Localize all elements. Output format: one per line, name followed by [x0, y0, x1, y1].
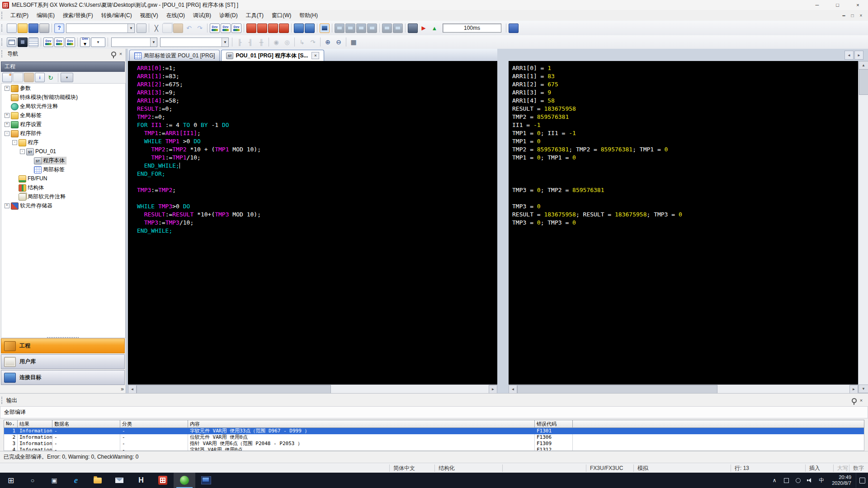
column-header-错误代码[interactable]: 错误代码 — [535, 420, 573, 427]
expand-plus-icon[interactable]: + — [5, 203, 9, 208]
menubar-drag-handle[interactable] — [1, 12, 5, 19]
menu-转换/编译[interactable]: 转换/编译(C) — [97, 11, 136, 20]
step-out-icon[interactable]: ╫ — [256, 38, 266, 47]
scroll-down-icon[interactable]: ▼ — [859, 385, 868, 393]
transfer-setup-icon[interactable] — [509, 23, 519, 33]
tray-volume-icon[interactable] — [804, 473, 816, 488]
print-icon[interactable] — [39, 23, 49, 33]
project-combo-button[interactable] — [137, 23, 146, 33]
tab-POU_01 [PRG] 程序本体 [S...[interactable]: STPOU_01 [PRG] 程序本体 [S...× — [221, 50, 324, 61]
tree-item-软元件存储器[interactable]: +软元件存储器 — [1, 201, 125, 210]
find-string-combo[interactable]: ▼ — [160, 38, 229, 47]
nav-button-用户库[interactable]: 用户库 — [1, 354, 125, 369]
verify-with-plc-icon[interactable] — [279, 23, 289, 33]
app-blue-icon[interactable] — [195, 473, 217, 488]
column-header-结果[interactable]: 结果 — [18, 420, 52, 427]
st-code-editor[interactable]: ARR1[0]:=1;ARR1[1]:=83;ARR1[2]:=675;ARR1… — [128, 61, 497, 385]
scroll-right-icon[interactable]: ► — [849, 385, 858, 394]
tab-局部标签设置 POU_01 [PRG][interactable]: 局部标签设置 POU_01 [PRG] — [129, 50, 220, 61]
menu-搜索/替换[interactable]: 搜索/替换(F) — [59, 11, 97, 20]
device-comment-icon[interactable]: Dev — [210, 23, 220, 33]
tray-ime-indicator[interactable]: 中 — [816, 473, 827, 488]
output-pin-icon[interactable] — [852, 398, 857, 403]
read-from-plc-icon[interactable] — [257, 23, 267, 33]
output-window-icon[interactable] — [28, 38, 38, 47]
redo-icon[interactable]: ↷ — [195, 23, 205, 33]
task-view-button[interactable]: ▣ — [43, 473, 65, 488]
monitor-stop-icon[interactable] — [345, 23, 355, 33]
tray-chevron-icon[interactable]: ∧ — [769, 473, 780, 488]
nav-button-连接目标[interactable]: 连接目标 — [1, 370, 125, 385]
minimize-button[interactable]: ─ — [807, 0, 827, 10]
menu-在线[interactable]: 在线(O) — [162, 11, 189, 20]
tree-item-程序[interactable]: -程序 — [1, 138, 125, 147]
tab-close-icon[interactable]: × — [311, 52, 319, 59]
menu-帮助[interactable]: 帮助(H) — [295, 11, 322, 20]
watch-start-icon[interactable] — [356, 23, 366, 33]
tray-network-icon[interactable] — [792, 473, 804, 488]
action-center-icon[interactable] — [856, 473, 868, 488]
output-row[interactable]: 1Information--字软元件 VAR用 使用33点（范围 D967 - … — [4, 428, 864, 434]
cut-icon[interactable]: ╳ — [151, 23, 161, 33]
nav-drag-handle[interactable] — [1, 50, 5, 57]
st-monitor-view[interactable]: ARR1[0] = 1ARR1[1] = 83ARR1[2] = 675ARR1… — [509, 61, 858, 385]
step-over-icon[interactable]: ╢ — [245, 38, 255, 47]
app-red-icon[interactable] — [152, 473, 174, 488]
search-button[interactable]: ○ — [22, 473, 43, 488]
simulation-stop-icon[interactable]: ▲ — [429, 23, 439, 33]
nav-button-工程[interactable]: 工程 — [1, 338, 125, 353]
nav-close-icon[interactable]: × — [118, 51, 124, 57]
gx-works2-taskbar-icon[interactable] — [174, 473, 195, 488]
column-header-No.[interactable]: No. — [4, 420, 18, 427]
undo-icon[interactable]: ↶ — [184, 23, 194, 33]
data-properties-icon[interactable]: i — [35, 73, 45, 82]
refresh-icon[interactable]: ↻ — [46, 73, 56, 82]
collapse-minus-icon[interactable]: - — [20, 149, 25, 154]
scroll-up-icon[interactable]: ▲ — [859, 61, 868, 70]
tab-scroll-left-icon[interactable]: ◄ — [844, 51, 854, 60]
zoom-out-icon[interactable]: ⊖ — [334, 38, 344, 47]
zoom-level-combo[interactable]: ▼ — [111, 38, 157, 47]
breakpoint-set-icon[interactable]: ◉ — [271, 38, 281, 47]
column-header-分类[interactable]: 分类 — [120, 420, 188, 427]
toolbar-drag-handle[interactable] — [1, 24, 5, 32]
monitor-start-icon[interactable] — [335, 23, 344, 33]
tree-item-全局标签[interactable]: +全局标签 — [1, 111, 125, 120]
output-drag-handle[interactable] — [1, 397, 5, 404]
output-row[interactable]: 2Information--位软元件 VAR用 使用0点F1306 — [4, 434, 864, 441]
tree-item-程序本体[interactable]: ST程序本体 — [1, 156, 125, 165]
output-row[interactable]: 3Information--指针 VAR用 使用6点（范围 P2048 - P2… — [4, 441, 864, 447]
device-initial-value-icon[interactable]: Dev — [231, 23, 241, 33]
child-restore-button[interactable]: □ — [848, 12, 857, 19]
nav-overflow-button[interactable]: » — [121, 386, 124, 392]
tree-item-局部标签[interactable]: 局部标签 — [1, 165, 125, 174]
menu-工具[interactable]: 工具(T) — [242, 11, 268, 20]
copy-data-icon[interactable] — [13, 73, 23, 82]
monitor-hscrollbar[interactable]: ◄ ► — [509, 385, 858, 393]
step-in-icon[interactable]: ╟ — [235, 38, 245, 47]
breakpoint-clear-icon[interactable]: ◎ — [282, 38, 292, 47]
pane-splitter[interactable] — [497, 49, 509, 393]
collapse-minus-icon[interactable]: - — [12, 140, 17, 145]
monitor-vscrollbar[interactable]: ▲ ▼ — [858, 61, 868, 393]
run-to-cursor-icon[interactable]: ↳ — [297, 38, 307, 47]
scroll-left-icon[interactable]: ◄ — [128, 385, 137, 394]
sort-filter-dropdown[interactable]: ▾ — [61, 73, 73, 82]
write-to-plc-icon[interactable] — [246, 23, 256, 33]
expand-plus-icon[interactable]: + — [5, 113, 9, 118]
output-row[interactable]: 4Information--定时器 VAR用 使用0点F1312 — [4, 447, 864, 451]
tree-item-特殊模块(智能功能模块)[interactable]: 特殊模块(智能功能模块) — [1, 93, 125, 102]
menu-诊断[interactable]: 诊断(D) — [215, 11, 242, 20]
column-header-数据名[interactable]: 数据名 — [52, 420, 120, 427]
zoom-in-icon[interactable]: ⊕ — [323, 38, 333, 47]
maximize-button[interactable]: □ — [827, 0, 848, 10]
monitor-mode-icon[interactable] — [320, 23, 330, 33]
tree-item-POU_01[interactable]: -STPOU_01 — [1, 147, 125, 156]
start-button[interactable]: ⊞ — [0, 473, 22, 488]
tree-item-全局软元件注释[interactable]: 全局软元件注释 — [1, 102, 125, 111]
mail-icon[interactable] — [108, 473, 130, 488]
device-use-list-icon[interactable]: Dev — [43, 38, 53, 47]
child-close-button[interactable]: × — [857, 12, 865, 19]
find-dropdown[interactable]: ▾ — [91, 38, 105, 47]
tree-item-程序设置[interactable]: +程序设置 — [1, 120, 125, 129]
